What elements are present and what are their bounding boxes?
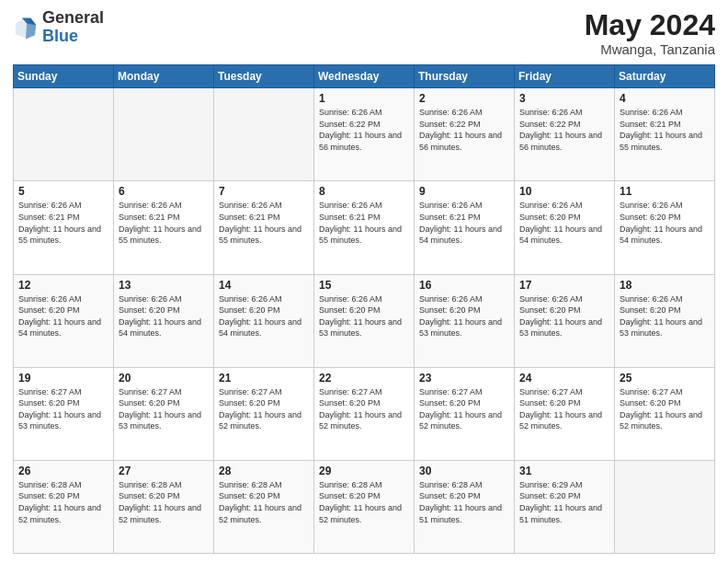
day-info: Sunrise: 6:26 AMSunset: 6:20 PMDaylight:… xyxy=(18,293,108,339)
day-number: 2 xyxy=(419,92,509,105)
day-info: Sunrise: 6:26 AMSunset: 6:22 PMDaylight:… xyxy=(419,107,509,153)
cell-4-5: 31Sunrise: 6:29 AMSunset: 6:20 PMDayligh… xyxy=(515,460,615,553)
cell-2-2: 14Sunrise: 6:26 AMSunset: 6:20 PMDayligh… xyxy=(214,274,314,367)
cell-4-2: 28Sunrise: 6:28 AMSunset: 6:20 PMDayligh… xyxy=(214,460,314,553)
page: General Blue May 2024 Mwanga, Tanzania S… xyxy=(0,0,728,563)
cell-1-4: 9Sunrise: 6:26 AMSunset: 6:21 PMDaylight… xyxy=(415,181,515,274)
cell-4-0: 26Sunrise: 6:28 AMSunset: 6:20 PMDayligh… xyxy=(14,460,114,553)
cell-3-6: 25Sunrise: 6:27 AMSunset: 6:20 PMDayligh… xyxy=(615,367,715,460)
cell-3-0: 19Sunrise: 6:27 AMSunset: 6:20 PMDayligh… xyxy=(14,367,114,460)
cell-3-1: 20Sunrise: 6:27 AMSunset: 6:20 PMDayligh… xyxy=(114,367,214,460)
cell-0-4: 2Sunrise: 6:26 AMSunset: 6:22 PMDaylight… xyxy=(415,88,515,181)
day-number: 21 xyxy=(219,372,309,385)
logo-icon xyxy=(13,15,39,40)
cell-4-1: 27Sunrise: 6:28 AMSunset: 6:20 PMDayligh… xyxy=(114,460,214,553)
day-info: Sunrise: 6:26 AMSunset: 6:21 PMDaylight:… xyxy=(319,200,409,246)
day-info: Sunrise: 6:26 AMSunset: 6:22 PMDaylight:… xyxy=(519,107,609,153)
cell-1-1: 6Sunrise: 6:26 AMSunset: 6:21 PMDaylight… xyxy=(114,181,214,274)
cell-2-6: 18Sunrise: 6:26 AMSunset: 6:20 PMDayligh… xyxy=(615,274,715,367)
day-number: 6 xyxy=(119,185,209,198)
day-info: Sunrise: 6:27 AMSunset: 6:20 PMDaylight:… xyxy=(620,386,710,432)
logo: General Blue xyxy=(13,9,104,46)
cell-3-5: 24Sunrise: 6:27 AMSunset: 6:20 PMDayligh… xyxy=(515,367,615,460)
day-number: 7 xyxy=(219,185,309,198)
day-number: 19 xyxy=(18,372,108,385)
day-info: Sunrise: 6:27 AMSunset: 6:20 PMDaylight:… xyxy=(18,386,108,432)
day-number: 20 xyxy=(119,372,209,385)
day-number: 29 xyxy=(319,465,409,477)
day-info: Sunrise: 6:29 AMSunset: 6:20 PMDaylight:… xyxy=(519,479,609,525)
week-row-3: 19Sunrise: 6:27 AMSunset: 6:20 PMDayligh… xyxy=(14,367,715,460)
day-info: Sunrise: 6:26 AMSunset: 6:20 PMDaylight:… xyxy=(319,293,409,339)
cell-1-6: 11Sunrise: 6:26 AMSunset: 6:20 PMDayligh… xyxy=(615,181,715,274)
week-row-2: 12Sunrise: 6:26 AMSunset: 6:20 PMDayligh… xyxy=(14,274,715,367)
cell-2-4: 16Sunrise: 6:26 AMSunset: 6:20 PMDayligh… xyxy=(415,274,515,367)
cell-2-5: 17Sunrise: 6:26 AMSunset: 6:20 PMDayligh… xyxy=(515,274,615,367)
title-block: May 2024 Mwanga, Tanzania xyxy=(585,9,715,57)
day-info: Sunrise: 6:26 AMSunset: 6:20 PMDaylight:… xyxy=(419,293,509,339)
day-number: 23 xyxy=(419,372,509,385)
day-info: Sunrise: 6:28 AMSunset: 6:20 PMDaylight:… xyxy=(119,479,209,525)
week-row-1: 5Sunrise: 6:26 AMSunset: 6:21 PMDaylight… xyxy=(14,181,715,274)
day-number: 14 xyxy=(219,279,309,292)
day-number: 25 xyxy=(620,372,710,385)
day-number: 30 xyxy=(419,465,509,477)
day-info: Sunrise: 6:26 AMSunset: 6:21 PMDaylight:… xyxy=(219,200,309,246)
day-number: 16 xyxy=(419,279,509,292)
cell-4-6 xyxy=(615,460,715,553)
calendar-body: 1Sunrise: 6:26 AMSunset: 6:22 PMDaylight… xyxy=(14,88,715,554)
header: General Blue May 2024 Mwanga, Tanzania xyxy=(13,9,715,57)
day-number: 9 xyxy=(419,185,509,198)
cell-0-5: 3Sunrise: 6:26 AMSunset: 6:22 PMDaylight… xyxy=(515,88,615,181)
weekday-row: Sunday Monday Tuesday Wednesday Thursday… xyxy=(14,65,715,88)
cell-2-1: 13Sunrise: 6:26 AMSunset: 6:20 PMDayligh… xyxy=(114,274,214,367)
day-number: 26 xyxy=(18,465,108,477)
day-number: 27 xyxy=(119,465,209,477)
month-year: May 2024 xyxy=(585,9,715,41)
week-row-0: 1Sunrise: 6:26 AMSunset: 6:22 PMDaylight… xyxy=(14,88,715,181)
day-info: Sunrise: 6:26 AMSunset: 6:21 PMDaylight:… xyxy=(419,200,509,246)
cell-1-0: 5Sunrise: 6:26 AMSunset: 6:21 PMDaylight… xyxy=(14,181,114,274)
day-number: 5 xyxy=(18,185,108,198)
day-number: 4 xyxy=(620,92,710,105)
day-info: Sunrise: 6:28 AMSunset: 6:20 PMDaylight:… xyxy=(319,479,409,525)
col-sunday: Sunday xyxy=(14,65,114,88)
day-info: Sunrise: 6:26 AMSunset: 6:20 PMDaylight:… xyxy=(219,293,309,339)
cell-2-3: 15Sunrise: 6:26 AMSunset: 6:20 PMDayligh… xyxy=(314,274,415,367)
day-number: 18 xyxy=(620,279,710,292)
day-info: Sunrise: 6:27 AMSunset: 6:20 PMDaylight:… xyxy=(319,386,409,432)
col-monday: Monday xyxy=(114,65,214,88)
day-info: Sunrise: 6:26 AMSunset: 6:20 PMDaylight:… xyxy=(620,293,710,339)
cell-4-3: 29Sunrise: 6:28 AMSunset: 6:20 PMDayligh… xyxy=(314,460,415,553)
col-thursday: Thursday xyxy=(415,65,515,88)
day-number: 28 xyxy=(219,465,309,477)
cell-1-5: 10Sunrise: 6:26 AMSunset: 6:20 PMDayligh… xyxy=(515,181,615,274)
day-number: 8 xyxy=(319,185,409,198)
logo-text: General Blue xyxy=(42,9,104,46)
cell-0-2 xyxy=(214,88,314,181)
day-number: 11 xyxy=(620,185,710,198)
logo-general: General xyxy=(42,8,104,27)
day-number: 24 xyxy=(519,372,609,385)
location: Mwanga, Tanzania xyxy=(585,41,715,57)
cell-1-2: 7Sunrise: 6:26 AMSunset: 6:21 PMDaylight… xyxy=(214,181,314,274)
cell-3-3: 22Sunrise: 6:27 AMSunset: 6:20 PMDayligh… xyxy=(314,367,415,460)
calendar: Sunday Monday Tuesday Wednesday Thursday… xyxy=(13,64,715,554)
cell-0-0 xyxy=(14,88,114,181)
day-info: Sunrise: 6:26 AMSunset: 6:20 PMDaylight:… xyxy=(519,293,609,339)
day-info: Sunrise: 6:26 AMSunset: 6:20 PMDaylight:… xyxy=(519,200,609,246)
day-info: Sunrise: 6:27 AMSunset: 6:20 PMDaylight:… xyxy=(119,386,209,432)
col-wednesday: Wednesday xyxy=(314,65,415,88)
calendar-header: Sunday Monday Tuesday Wednesday Thursday… xyxy=(14,65,715,88)
col-tuesday: Tuesday xyxy=(214,65,314,88)
day-info: Sunrise: 6:28 AMSunset: 6:20 PMDaylight:… xyxy=(419,479,509,525)
cell-0-6: 4Sunrise: 6:26 AMSunset: 6:21 PMDaylight… xyxy=(615,88,715,181)
day-info: Sunrise: 6:27 AMSunset: 6:20 PMDaylight:… xyxy=(519,386,609,432)
col-saturday: Saturday xyxy=(615,65,715,88)
day-info: Sunrise: 6:28 AMSunset: 6:20 PMDaylight:… xyxy=(219,479,309,525)
cell-3-4: 23Sunrise: 6:27 AMSunset: 6:20 PMDayligh… xyxy=(415,367,515,460)
logo-blue: Blue xyxy=(42,27,78,45)
day-info: Sunrise: 6:26 AMSunset: 6:21 PMDaylight:… xyxy=(18,200,108,246)
day-number: 22 xyxy=(319,372,409,385)
cell-2-0: 12Sunrise: 6:26 AMSunset: 6:20 PMDayligh… xyxy=(14,274,114,367)
